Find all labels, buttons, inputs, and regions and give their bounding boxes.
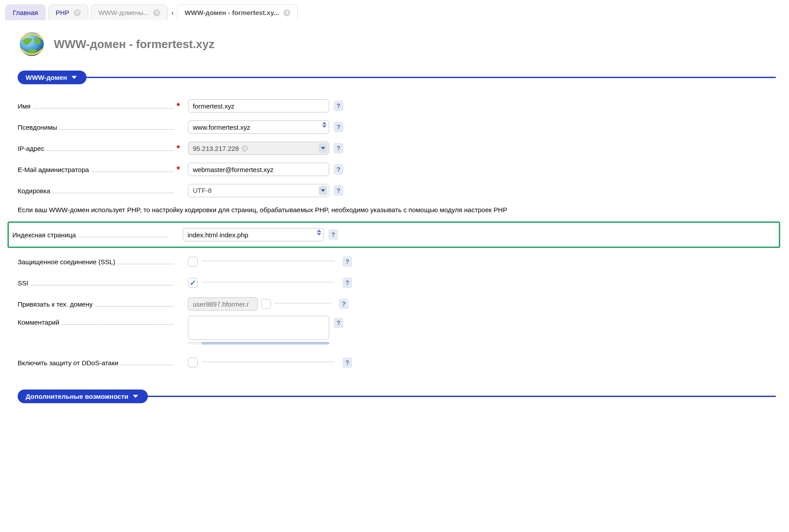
dots xyxy=(79,237,169,237)
close-icon[interactable]: ✕ xyxy=(74,9,81,16)
highlight-index-page: Индексная страница ? xyxy=(8,221,780,248)
dots xyxy=(118,264,174,264)
input-index[interactable] xyxy=(183,228,324,241)
tab-wwwdomains[interactable]: WWW-домены...✕ xyxy=(91,4,168,20)
dots xyxy=(202,261,334,261)
checkbox-ssi[interactable] xyxy=(188,278,198,288)
dots xyxy=(95,306,174,307)
help-icon[interactable]: ? xyxy=(334,143,343,154)
help-icon[interactable]: ? xyxy=(334,185,343,196)
dots xyxy=(121,365,174,365)
row-ssl: Защищенное соединение (SSL) ? xyxy=(18,252,776,271)
page-header: WWW-домен - formertest.xyz xyxy=(18,30,776,58)
required-icon: * xyxy=(177,101,183,111)
label-ip: IP-адрес xyxy=(18,145,44,152)
dropdown-icon[interactable] xyxy=(319,186,327,195)
tab-wwwdomains-label: WWW-домены... xyxy=(98,9,149,16)
chevron-down-icon xyxy=(133,395,138,398)
dots xyxy=(275,303,331,303)
label-charset: Кодировка xyxy=(18,187,50,195)
row-comment: Комментарий ? xyxy=(18,316,776,345)
dots xyxy=(47,150,174,151)
dots xyxy=(92,172,174,172)
section-extra-pill[interactable]: Дополнительные возможности xyxy=(18,390,148,403)
charset-info-text: Если ваш WWW-домен использует PHP, то на… xyxy=(18,206,776,214)
row-techdomain: Привязать к тех. домену ? xyxy=(18,295,776,313)
row-index: Индексная страница ? xyxy=(12,225,775,244)
dots xyxy=(53,193,174,193)
page-title: WWW-домен - formertest.xyz xyxy=(54,37,214,51)
label-techdomain: Привязать к тех. домену xyxy=(18,300,93,308)
scrollbar[interactable] xyxy=(188,342,329,345)
help-icon[interactable]: ? xyxy=(342,256,352,267)
dots xyxy=(60,129,174,130)
sort-arrows-icon[interactable] xyxy=(317,229,321,236)
select-ip[interactable]: 95.213.217.228 ✕ xyxy=(188,142,329,155)
help-icon[interactable]: ? xyxy=(334,164,343,175)
section-divider xyxy=(85,77,776,78)
input-aliases[interactable] xyxy=(188,120,329,134)
tab-php[interactable]: PHP✕ xyxy=(48,4,88,20)
checkbox-ssl[interactable] xyxy=(188,257,198,266)
dropdown-icon[interactable] xyxy=(319,143,327,153)
remove-chip-icon[interactable]: ✕ xyxy=(241,145,248,152)
dots xyxy=(31,285,174,285)
required-icon: * xyxy=(177,165,183,175)
label-index: Индексная страница xyxy=(12,231,76,239)
label-aliases: Псевдонимы xyxy=(18,124,57,131)
input-email[interactable] xyxy=(188,163,329,176)
help-icon[interactable]: ? xyxy=(342,277,352,288)
chevron-down-icon xyxy=(71,76,77,79)
help-icon[interactable]: ? xyxy=(342,357,352,368)
checkbox-ddos[interactable] xyxy=(188,358,198,367)
row-name: Имя * ? xyxy=(18,97,776,115)
tab-php-label: PHP xyxy=(56,9,69,16)
section-extra-header: Дополнительные возможности xyxy=(18,390,776,403)
dots xyxy=(33,108,174,109)
label-ssl: Защищенное соединение (SSL) xyxy=(18,258,115,266)
input-name[interactable] xyxy=(188,99,329,112)
help-icon[interactable]: ? xyxy=(334,101,343,111)
section-main-pill[interactable]: WWW-домен xyxy=(18,71,86,84)
row-ssi: SSI ? xyxy=(18,273,776,292)
label-email: E-Mail администратора xyxy=(18,166,89,173)
globe-icon xyxy=(18,30,46,58)
input-techdomain xyxy=(188,297,258,311)
section-extra-label: Дополнительные возможности xyxy=(26,393,128,400)
content-area: WWW-домен - formertest.xyz WWW-домен Имя… xyxy=(0,20,789,433)
section-divider xyxy=(146,396,776,397)
chevron-right-icon: › xyxy=(171,9,173,16)
dots xyxy=(202,362,334,362)
tab-active[interactable]: WWW-домен - formertest.xy...✕ xyxy=(177,4,298,20)
ip-value: 95.213.217.228 xyxy=(193,145,239,152)
row-email: E-Mail администратора * ? xyxy=(18,160,776,179)
help-icon[interactable]: ? xyxy=(334,318,343,328)
dots xyxy=(62,324,174,325)
tab-bar: Главная PHP✕ WWW-домены...✕ › WWW-домен … xyxy=(0,0,789,20)
label-ddos: Включить защиту от DDoS-атаки xyxy=(18,359,118,367)
select-charset[interactable]: UTF-8 xyxy=(188,184,329,197)
dots xyxy=(202,282,334,282)
tab-main[interactable]: Главная xyxy=(5,4,45,20)
section-main-header: WWW-домен xyxy=(18,71,776,84)
row-aliases: Псевдонимы ? xyxy=(18,118,776,136)
label-name: Имя xyxy=(18,102,30,110)
tab-active-label: WWW-домен - formertest.xy... xyxy=(184,9,279,16)
section-main-label: WWW-домен xyxy=(26,74,67,81)
input-comment[interactable] xyxy=(188,316,329,340)
row-charset: Кодировка UTF-8 ? xyxy=(18,181,776,200)
help-icon[interactable]: ? xyxy=(334,122,343,132)
help-icon[interactable]: ? xyxy=(339,299,349,309)
close-icon[interactable]: ✕ xyxy=(283,9,290,16)
checkbox-techdomain[interactable] xyxy=(261,299,271,309)
row-ip: IP-адрес * 95.213.217.228 ✕ ? xyxy=(18,139,776,157)
row-ddos: Включить защиту от DDoS-атаки ? xyxy=(18,353,776,372)
label-comment: Комментарий xyxy=(18,318,59,326)
charset-value: UTF-8 xyxy=(193,187,212,194)
tab-main-label: Главная xyxy=(13,9,38,16)
required-icon: * xyxy=(177,143,183,154)
sort-arrows-icon[interactable] xyxy=(322,122,327,128)
close-icon[interactable]: ✕ xyxy=(153,9,160,16)
label-ssi: SSI xyxy=(18,279,28,287)
help-icon[interactable]: ? xyxy=(328,229,338,240)
